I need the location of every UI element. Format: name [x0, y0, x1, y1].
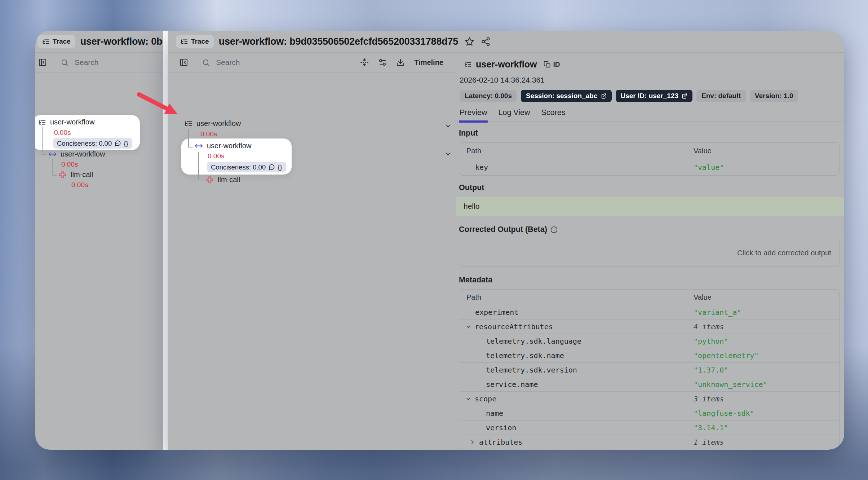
search-input[interactable]: Search — [202, 58, 240, 67]
list-tree-icon — [38, 118, 46, 126]
trace-badge-label: Trace — [191, 38, 209, 45]
metadata-value: "3.14.1" — [694, 423, 839, 432]
external-link-icon — [681, 93, 687, 99]
chevron-down-icon[interactable] — [465, 323, 471, 330]
favorite-star-icon[interactable] — [464, 36, 475, 47]
detail-tabs: Preview Log View Scores — [456, 108, 844, 122]
metadata-path: attributes — [479, 438, 522, 446]
trace-badge-label: Trace — [53, 38, 71, 45]
corrected-output-box[interactable]: Click to add corrected output — [459, 239, 840, 267]
table-row[interactable]: name "langfuse-sdk" — [459, 406, 839, 420]
tree-connector — [188, 129, 189, 147]
tree-connector — [198, 180, 204, 180]
annotation-arrow — [134, 89, 185, 122]
span-duration: 0.00s — [54, 129, 71, 137]
output-value-band: hello — [456, 197, 844, 216]
list-tree-icon — [464, 61, 472, 68]
metadata-path: resourceAttributes — [475, 322, 553, 331]
metadata-path: version — [459, 423, 694, 432]
corrected-output-heading: Corrected Output (Beta) — [459, 225, 844, 234]
column-value: Value — [694, 293, 839, 301]
desktop-background: Trace user-workflow: 0bde Search user-wo… — [0, 0, 868, 480]
download-icon[interactable] — [396, 58, 405, 67]
timeline-toggle[interactable]: Timeline — [414, 58, 443, 67]
preview-content: Input Path Value key "value" Output — [456, 122, 844, 450]
score-badge[interactable]: Conciseness: 0.00 {} — [207, 162, 286, 172]
tree-node-root[interactable]: user-workflow — [38, 118, 94, 126]
id-label: ID — [553, 61, 560, 69]
metadata-value: "opentelemetry" — [694, 351, 839, 360]
window-title: user-workflow: 0bde — [80, 36, 163, 47]
share-icon[interactable] — [481, 37, 491, 47]
tree-node-child[interactable]: user-workflow — [195, 142, 251, 150]
window-title: user-workflow: b9d035506502efcfd56520033… — [219, 36, 459, 47]
table-row[interactable]: telemetry.sdk.name "opentelemetry" — [459, 348, 839, 362]
span-duration: 0.00s — [200, 130, 217, 138]
metadata-value: "langfuse-sdk" — [694, 409, 839, 418]
settings-sliders-icon[interactable] — [378, 58, 387, 67]
input-table: Path Value key "value" — [459, 142, 840, 176]
table-row[interactable]: scope 3 items — [459, 391, 839, 406]
trace-tree-panel: Search Timeline — [168, 53, 456, 450]
user-id-badge[interactable]: User ID: user_123 — [616, 90, 693, 102]
copy-id-button[interactable]: ID — [544, 61, 560, 69]
tab-scores[interactable]: Scores — [541, 108, 566, 122]
tab-log-view[interactable]: Log View — [497, 108, 531, 122]
chevron-right-icon[interactable] — [469, 439, 476, 445]
search-placeholder: Search — [216, 58, 240, 67]
output-value: hello — [464, 202, 479, 211]
table-row[interactable]: resourceAttributes 4 items — [459, 319, 839, 334]
span-duration: 0.00s — [71, 181, 88, 189]
table-header-row: Path Value — [459, 290, 839, 305]
chevron-down-icon[interactable] — [465, 396, 471, 402]
table-row[interactable]: telemetry.sdk.language "python" — [459, 334, 839, 348]
panel-collapse-icon[interactable] — [180, 58, 188, 67]
tree-connector — [42, 154, 47, 155]
metadata-path: telemetry.sdk.version — [459, 366, 694, 374]
metadata-heading: Metadata — [459, 276, 844, 285]
table-row[interactable]: telemetry.sdk.version "1.37.0" — [459, 362, 839, 377]
table-row[interactable]: attributes 1 items — [459, 435, 839, 449]
corrected-output-label: Corrected Output (Beta) — [459, 225, 547, 234]
span-name: llm-call — [71, 171, 93, 179]
tree-connector — [52, 175, 57, 176]
span-detail-panel: user-workflow ID 2026-02-10 14:36:24.361… — [456, 53, 844, 450]
tree-connector — [42, 127, 43, 155]
span-name: user-workflow — [50, 118, 94, 126]
metadata-value: 3 items — [694, 395, 839, 403]
metadata-value: "python" — [694, 337, 839, 345]
latency-badge: Latency: 0.00s — [460, 90, 517, 102]
table-header-row: Path Value — [459, 143, 839, 159]
external-link-icon — [601, 93, 607, 99]
metadata-value: "unknown_service" — [694, 380, 839, 389]
metadata-path: telemetry.sdk.language — [459, 337, 694, 345]
session-badge-label: Session: session_abc — [526, 92, 598, 100]
span-name: user-workflow — [207, 142, 251, 150]
table-row[interactable]: version "3.14.1" — [459, 420, 839, 435]
table-row[interactable]: experiment "variant_a" — [459, 305, 839, 319]
chevron-down-icon[interactable] — [444, 150, 452, 158]
table-row[interactable]: service.name "unknown_service" — [459, 377, 839, 391]
tree-node-child[interactable]: user-workflow — [48, 150, 105, 158]
span-name: user-workflow — [61, 150, 105, 158]
tree-node-root[interactable]: user-workflow — [185, 119, 241, 128]
tab-preview[interactable]: Preview — [459, 108, 488, 122]
score-label: Conciseness: 0.00 — [211, 163, 266, 171]
chevron-down-icon[interactable] — [444, 122, 452, 130]
corrected-output-placeholder: Click to add corrected output — [737, 248, 831, 257]
panel-collapse-icon[interactable] — [38, 58, 47, 67]
metadata-path: scope — [475, 395, 496, 403]
tree-node-leaf[interactable]: llm-call — [205, 176, 240, 184]
tree-node-leaf[interactable]: llm-call — [58, 171, 93, 179]
column-value: Value — [694, 147, 839, 155]
info-icon — [550, 226, 558, 233]
metadata-value: 4 items — [694, 322, 839, 331]
table-row[interactable]: key "value" — [459, 159, 839, 175]
list-tree-icon — [42, 38, 50, 45]
span-duration: 0.00s — [208, 152, 224, 160]
score-badge[interactable]: Conciseness: 0.00 {} — [53, 138, 132, 149]
fold-vertical-icon[interactable] — [360, 58, 369, 67]
session-badge[interactable]: Session: session_abc — [521, 90, 612, 102]
search-input[interactable]: Search — [61, 58, 99, 67]
column-path: Path — [459, 293, 694, 301]
